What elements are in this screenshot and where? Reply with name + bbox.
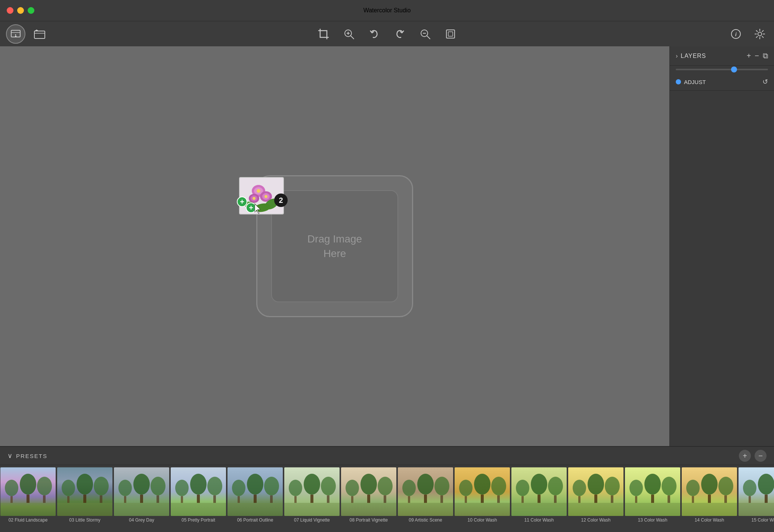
preset-item-14[interactable]: 15 Color Wash	[738, 467, 774, 530]
svg-rect-81	[367, 495, 370, 503]
svg-rect-43	[100, 495, 102, 503]
svg-point-58	[207, 477, 222, 495]
panel-slider-dot[interactable]	[731, 66, 737, 72]
add-preset-button[interactable]: +	[739, 450, 751, 462]
svg-rect-91	[440, 495, 443, 503]
preset-item-05[interactable]: 06 Portrait Outline	[227, 467, 283, 530]
preset-label-13: 14 Color Wash	[693, 517, 726, 523]
layer-count-badge: 2	[274, 194, 288, 207]
crop-tool[interactable]	[315, 26, 332, 42]
preset-item-11[interactable]: 12 Color Wash	[568, 467, 624, 530]
svg-rect-100	[455, 503, 510, 516]
preset-item-04[interactable]: 05 Pretty Portrait	[170, 467, 226, 530]
svg-rect-79	[351, 496, 353, 503]
svg-point-27	[264, 195, 267, 198]
svg-point-130	[718, 477, 733, 495]
svg-rect-95	[465, 496, 467, 503]
close-button[interactable]	[7, 7, 13, 14]
svg-rect-131	[724, 495, 727, 503]
svg-point-28	[253, 197, 256, 200]
panel-slider-track[interactable]	[676, 69, 768, 70]
right-panel: › LAYERS + − ⧉ ADJUST ↺	[669, 46, 774, 446]
svg-point-128	[701, 474, 718, 495]
adjust-reset-icon[interactable]: ↺	[762, 78, 768, 86]
svg-point-106	[548, 477, 563, 495]
svg-point-50	[151, 477, 165, 495]
undo-tool[interactable]	[366, 26, 383, 42]
svg-rect-71	[294, 496, 297, 503]
remove-preset-button[interactable]: −	[755, 450, 767, 462]
svg-rect-51	[157, 495, 159, 503]
zoom-out-tool[interactable]	[417, 26, 433, 42]
preset-item-07[interactable]: 08 Portrait Vignette	[341, 467, 397, 530]
preset-item-08[interactable]: 09 Artistic Scene	[397, 467, 453, 530]
svg-point-114	[605, 477, 620, 495]
layers-actions: + − ⧉	[747, 52, 768, 60]
preset-label-01: 02 Fluid Landscape	[7, 517, 49, 523]
svg-rect-127	[692, 496, 694, 503]
presets-bar: ∨ PRESETS + − 02 Fluid Landscape 03 Litt…	[0, 446, 774, 532]
svg-point-80	[360, 474, 377, 495]
browse-tool[interactable]	[31, 26, 48, 42]
minimize-button[interactable]	[17, 7, 24, 14]
preset-thumb-05	[227, 467, 283, 516]
add-layer-button[interactable]: +	[747, 52, 751, 60]
svg-point-26	[257, 189, 260, 193]
preset-item-10[interactable]: 11 Color Wash	[511, 467, 567, 530]
zoom-in-tool[interactable]	[341, 26, 357, 42]
svg-rect-113	[594, 495, 597, 503]
presets-header: ∨ PRESETS + −	[0, 447, 774, 465]
plus-badge-drag-2: +	[246, 202, 256, 213]
app-badge-icon[interactable]: 1	[6, 24, 25, 44]
settings-tool[interactable]	[752, 26, 768, 42]
preset-label-03: 04 Grey Day	[127, 517, 155, 523]
svg-rect-44	[57, 503, 112, 516]
svg-rect-39	[67, 496, 69, 503]
preset-item-01[interactable]: 02 Fluid Landscape	[0, 467, 56, 530]
svg-line-7	[351, 36, 354, 39]
svg-rect-59	[213, 495, 216, 503]
presets-left: ∨ PRESETS	[7, 452, 47, 460]
svg-point-38	[62, 480, 75, 496]
svg-rect-11	[446, 30, 455, 38]
svg-rect-84	[341, 503, 396, 516]
svg-line-10	[427, 36, 430, 39]
preset-item-03[interactable]: 04 Grey Day	[114, 467, 170, 530]
svg-point-15	[758, 32, 762, 36]
svg-rect-116	[568, 503, 623, 516]
presets-chevron[interactable]: ∨	[7, 452, 12, 460]
remove-layer-button[interactable]: −	[755, 52, 759, 60]
fit-tool[interactable]	[442, 26, 459, 42]
svg-point-110	[573, 480, 586, 496]
drop-text: Drag Image Here	[307, 232, 362, 261]
canvas-area: Drag Image Here	[0, 46, 669, 446]
maximize-button[interactable]	[28, 7, 34, 14]
preset-item-12[interactable]: 13 Color Wash	[625, 467, 681, 530]
svg-point-98	[491, 477, 506, 495]
duplicate-layer-button[interactable]: ⧉	[763, 52, 768, 60]
toolbar-center	[315, 26, 459, 42]
svg-point-66	[264, 477, 279, 495]
redo-tool[interactable]	[391, 26, 408, 42]
presets-actions: + −	[739, 450, 767, 462]
preset-label-09: 10 Color Wash	[466, 517, 499, 523]
preset-thumb-08	[398, 467, 453, 516]
svg-point-82	[378, 477, 393, 495]
preset-thumb-02	[57, 467, 112, 516]
toolbar-right: i	[728, 26, 768, 42]
svg-point-120	[644, 474, 661, 495]
svg-rect-108	[511, 503, 567, 516]
preset-item-09[interactable]: 10 Color Wash	[454, 467, 510, 530]
panel-collapse-chevron[interactable]: ›	[676, 53, 678, 59]
info-tool[interactable]: i	[728, 26, 744, 42]
svg-point-118	[629, 480, 643, 496]
preset-label-04: 05 Pretty Portrait	[180, 517, 217, 523]
preset-item-13[interactable]: 14 Color Wash	[681, 467, 737, 530]
preset-item-06[interactable]: 07 Liquid Vignette	[284, 467, 340, 530]
svg-text:i: i	[735, 31, 737, 37]
svg-rect-111	[578, 496, 580, 503]
preset-item-02[interactable]: 03 Little Stormy	[57, 467, 113, 530]
svg-rect-35	[43, 495, 46, 503]
svg-rect-73	[310, 495, 313, 503]
preset-label-12: 13 Color Wash	[637, 517, 669, 523]
